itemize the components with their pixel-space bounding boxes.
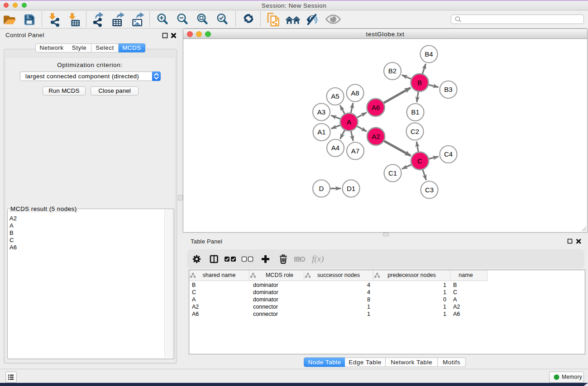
svg-text:A: A xyxy=(347,118,351,126)
svg-text:B2: B2 xyxy=(388,67,397,75)
svg-text:C4: C4 xyxy=(444,150,453,158)
svg-text:C: C xyxy=(417,157,422,165)
svg-text:B: B xyxy=(417,79,422,86)
svg-text:A5: A5 xyxy=(331,92,339,100)
svg-text:A3: A3 xyxy=(317,108,325,116)
svg-text:B1: B1 xyxy=(411,108,419,116)
svg-text:B4: B4 xyxy=(425,50,433,58)
svg-text:A6: A6 xyxy=(372,104,380,111)
svg-text:C2: C2 xyxy=(411,128,419,135)
svg-text:D1: D1 xyxy=(347,185,355,192)
svg-text:A7: A7 xyxy=(351,147,359,155)
svg-text:D: D xyxy=(319,185,324,192)
svg-text:B3: B3 xyxy=(444,86,452,93)
svg-text:C1: C1 xyxy=(388,169,397,177)
svg-text:A2: A2 xyxy=(372,133,380,140)
svg-text:C3: C3 xyxy=(425,186,434,194)
svg-text:A8: A8 xyxy=(351,89,359,97)
svg-text:A4: A4 xyxy=(331,144,339,152)
svg-text:A1: A1 xyxy=(317,128,325,136)
